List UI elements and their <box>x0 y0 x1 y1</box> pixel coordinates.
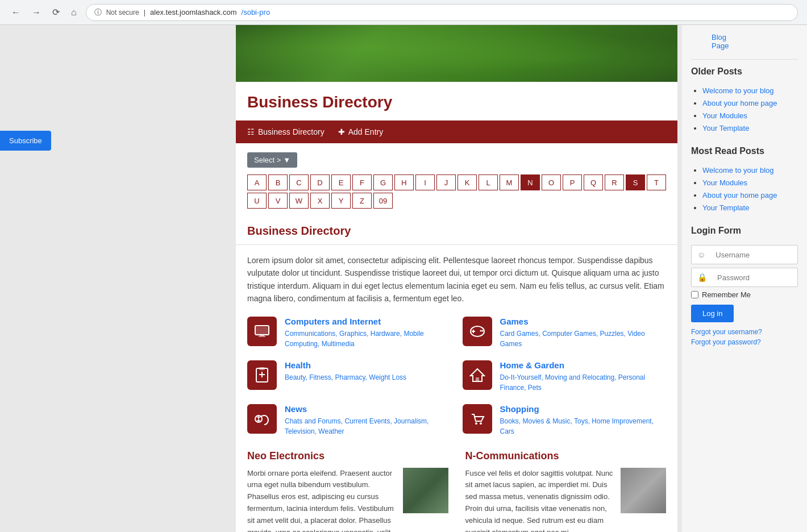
subscribe-button[interactable]: Subscribe <box>0 131 51 151</box>
description-text: Lorem ipsum dolor sit amet, consectetur … <box>236 254 677 317</box>
entry-image <box>621 468 666 513</box>
address-bar[interactable]: ⓘ Not secure | alex.test.joomlashack.com… <box>86 4 798 21</box>
username-input[interactable] <box>711 247 807 263</box>
remember-row: Remember Me <box>691 290 798 299</box>
username-group: ☺ <box>691 245 798 264</box>
entries-grid: Neo ElectronicsMorbi ornare porta eleife… <box>236 450 677 532</box>
forgot-password-link[interactable]: Forgot your password? <box>691 338 798 346</box>
alpha-btn-o[interactable]: O <box>542 174 561 190</box>
alpha-btn-i[interactable]: I <box>415 174 435 190</box>
most-read-link[interactable]: Your Modules <box>702 178 747 187</box>
alpha-btn-t[interactable]: T <box>647 174 666 190</box>
alpha-btn-u[interactable]: U <box>247 193 267 209</box>
alpha-btn-s[interactable]: S <box>626 174 645 190</box>
entry-title[interactable]: N-Communications <box>465 450 667 462</box>
dropdown-icon: ▼ <box>283 156 290 164</box>
alpha-btn-q[interactable]: Q <box>584 174 603 190</box>
category-name[interactable]: Games <box>500 317 667 326</box>
lock-icon: 🔒 <box>692 268 713 286</box>
main-content: Business Directory ☷ Business Directory … <box>236 25 677 532</box>
alpha-btn-n[interactable]: N <box>521 174 540 190</box>
category-info: GamesCard Games, Computer Games, Puzzles… <box>500 317 667 349</box>
category-name[interactable]: Health <box>285 360 406 370</box>
older-post-link[interactable]: Your Template <box>702 124 749 132</box>
alpha-navigation: ABCDEFGHIJKLMNOPQRST UVWXYZ09 <box>247 174 666 209</box>
category-name[interactable]: Computers and Internet <box>285 317 451 326</box>
svg-rect-10 <box>259 367 265 370</box>
forgot-username-link[interactable]: Forgot your username? <box>691 328 798 336</box>
login-button[interactable]: Log in <box>691 305 734 322</box>
alpha-btn-w[interactable]: W <box>289 193 309 209</box>
toolbar-add-entry-link[interactable]: ✚ Add Entry <box>338 127 383 136</box>
entry-body: Fusce vel felis et dolor sagittis volutp… <box>465 468 667 532</box>
most-read-link[interactable]: Your Template <box>702 203 749 212</box>
reload-button[interactable]: ⟳ <box>50 5 62 20</box>
category-item: Computers and InternetCommunications, Gr… <box>247 317 451 349</box>
alpha-btn-09[interactable]: 09 <box>373 193 393 209</box>
entry-item: Neo ElectronicsMorbi ornare porta eleife… <box>247 450 448 532</box>
alpha-btn-m[interactable]: M <box>500 174 519 190</box>
older-posts-list: Welcome to your blogAbout your home page… <box>691 86 798 132</box>
most-read-link[interactable]: About your home page <box>702 191 777 200</box>
select-label: Select > <box>254 156 281 164</box>
alpha-btn-k[interactable]: K <box>457 174 477 190</box>
toolbar-directory-link[interactable]: ☷ Business Directory <box>247 127 325 136</box>
alpha-btn-r[interactable]: R <box>605 174 624 190</box>
entry-text: Fusce vel felis et dolor sagittis volutp… <box>465 468 614 532</box>
alpha-btn-l[interactable]: L <box>479 174 498 190</box>
alpha-btn-c[interactable]: C <box>289 174 309 190</box>
entry-image <box>403 468 448 513</box>
svg-rect-1 <box>255 327 269 334</box>
login-form-section: Login Form ☺ 🔒 Remember Me Log in Forgot… <box>691 226 798 346</box>
directory-toolbar: ☷ Business Directory ✚ Add Entry <box>236 120 677 143</box>
older-post-link[interactable]: Welcome to your blog <box>702 86 774 95</box>
category-name[interactable]: Home & Garden <box>500 360 667 370</box>
login-form-title: Login Form <box>691 226 798 238</box>
remember-checkbox[interactable] <box>691 291 698 298</box>
older-post-link[interactable]: Your Modules <box>702 111 747 120</box>
category-item: ShoppingBooks, Movies & Music, Toys, Hom… <box>463 404 667 437</box>
page-title: Business Directory <box>236 82 677 120</box>
select-button[interactable]: Select > ▼ <box>247 152 297 168</box>
url-domain: alex.test.joomlashack.com <box>150 8 236 16</box>
svg-point-6 <box>481 330 483 331</box>
back-button[interactable]: ← <box>9 5 23 20</box>
alpha-btn-j[interactable]: J <box>436 174 456 190</box>
section-heading: Business Directory <box>236 213 677 245</box>
category-item: GamesCard Games, Computer Games, Puzzles… <box>463 317 667 349</box>
sidebar: Blog Page Older Posts Welcome to your bl… <box>682 25 807 532</box>
alpha-btn-a[interactable]: A <box>247 174 267 190</box>
blog-link[interactable]: Blog <box>712 33 789 41</box>
category-item: Home & GardenDo-It-Yourself, Moving and … <box>463 360 667 393</box>
home-button[interactable]: ⌂ <box>69 5 79 20</box>
alpha-btn-f[interactable]: F <box>352 174 372 190</box>
category-name[interactable]: Shopping <box>500 404 667 414</box>
alpha-btn-p[interactable]: P <box>563 174 582 190</box>
top-links: Blog Page <box>691 31 798 52</box>
alpha-btn-x[interactable]: X <box>310 193 330 209</box>
entry-title[interactable]: Neo Electronics <box>247 450 448 462</box>
forward-button[interactable]: → <box>30 5 43 20</box>
page-link[interactable]: Page <box>712 41 789 50</box>
entry-text: Morbi ornare porta eleifend. Praesent au… <box>247 468 396 532</box>
alpha-btn-v[interactable]: V <box>268 193 288 209</box>
alpha-btn-g[interactable]: G <box>373 174 393 190</box>
category-tags: Chats and Forums, Current Events, Journa… <box>285 416 451 437</box>
hero-image <box>236 25 677 82</box>
alpha-btn-h[interactable]: H <box>394 174 414 190</box>
most-read-link[interactable]: Welcome to your blog <box>702 166 774 174</box>
alpha-btn-d[interactable]: D <box>310 174 330 190</box>
password-input[interactable] <box>713 269 807 286</box>
older-post-link[interactable]: About your home page <box>702 99 777 107</box>
alpha-btn-b[interactable]: B <box>268 174 288 190</box>
remember-label: Remember Me <box>702 290 751 299</box>
plus-icon: ✚ <box>338 127 345 136</box>
security-label: Not secure <box>106 9 139 16</box>
category-icon <box>247 404 277 434</box>
category-name[interactable]: News <box>285 404 451 414</box>
alpha-btn-z[interactable]: Z <box>352 193 372 209</box>
alpha-row-2: UVWXYZ09 <box>247 193 666 209</box>
alpha-btn-e[interactable]: E <box>331 174 351 190</box>
category-info: NewsChats and Forums, Current Events, Jo… <box>285 404 451 437</box>
alpha-btn-y[interactable]: Y <box>331 193 351 209</box>
